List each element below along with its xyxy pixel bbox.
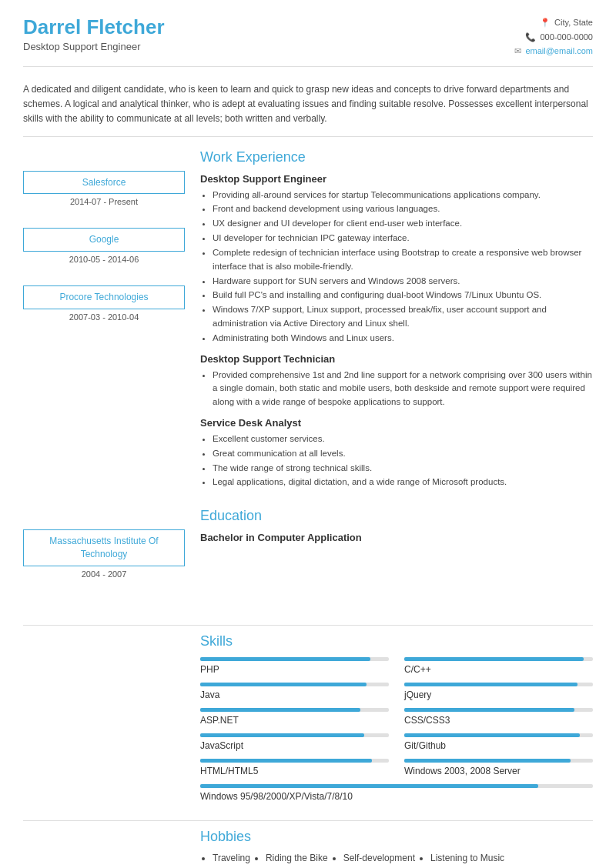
bullet: The wide range of strong technical skill… <box>213 462 593 476</box>
job-2-bullets: Provided comprehensive 1st and 2nd line … <box>213 369 593 409</box>
email-item: ✉ email@email.com <box>514 44 593 58</box>
job-title-header: Desktop Support Engineer <box>23 41 165 52</box>
companies-sidebar: Salesforce 2014-07 - Present Google 2010… <box>23 146 192 498</box>
company-salesforce: Salesforce <box>23 171 185 195</box>
degree: Bachelor in Computer Application <box>200 532 593 543</box>
skill-aspnet: ASP.NET <box>200 708 389 726</box>
skills-grid: PHP C/C++ Java jQuery <box>200 657 593 810</box>
education-section: Massachusetts Institute Of Technology 20… <box>23 505 593 600</box>
company-procore-dates: 2007-03 - 2010-04 <box>23 312 185 322</box>
skills-divider <box>23 625 593 626</box>
hobbies-title: Hobbies <box>200 829 593 845</box>
header-right: 📍 City, State 📞 000-000-0000 ✉ email@ema… <box>514 15 593 58</box>
skill-windows-server: Windows 2003, 2008 Server <box>404 759 593 776</box>
skill-javascript: JavaScript <box>200 733 389 751</box>
email-link[interactable]: email@email.com <box>525 44 593 58</box>
hobby-3: Self-development <box>343 853 415 863</box>
skills-title: Skills <box>200 633 593 649</box>
hobby-1: Traveling <box>213 853 250 863</box>
bullet: Complete redesign of technician interfac… <box>213 246 593 274</box>
resume-page: Darrel Fletcher Desktop Support Engineer… <box>0 0 616 868</box>
hobbies-list: Traveling Riding the Bike Self-developme… <box>213 853 593 863</box>
work-experience-title: Work Experience <box>200 149 593 165</box>
header-left: Darrel Fletcher Desktop Support Engineer <box>23 15 165 52</box>
bullet: Providing all-around services for startu… <box>213 189 593 202</box>
bullet: Administrating both Windows and Linux us… <box>213 332 593 346</box>
skill-php: PHP <box>200 657 389 675</box>
city-state: City, State <box>554 15 593 30</box>
job-3-bullets: Excellent customer services. Great commu… <box>213 432 593 489</box>
summary: A dedicated and diligent candidate, who … <box>23 76 593 137</box>
skill-html: HTML/HTML5 <box>200 759 389 776</box>
bullet: Great communication at all levels. <box>213 447 593 461</box>
skill-cpp: C/C++ <box>404 657 593 675</box>
education-title: Education <box>200 508 593 524</box>
job-1-bullets: Providing all-around services for startu… <box>213 189 593 346</box>
email-icon: ✉ <box>514 44 521 58</box>
skills-section: Skills PHP C/C++ Java <box>23 613 593 810</box>
job-title-2: Desktop Support Technician <box>200 353 593 365</box>
bullet: Legal applications, digital dictation, a… <box>213 476 593 489</box>
company-salesforce-dates: 2014-07 - Present <box>23 197 185 206</box>
hobby-2: Riding the Bike <box>266 853 328 863</box>
full-name: Darrel Fletcher <box>23 15 165 39</box>
edu-dates: 2004 - 2007 <box>23 569 185 579</box>
bullet: Front and backend development using vari… <box>213 202 593 216</box>
phone-icon: 📞 <box>525 30 536 45</box>
job-title-3: Service Desk Analyst <box>200 417 593 429</box>
skill-windows-all: Windows 95/98/2000/XP/Vista/7/8/10 <box>200 784 593 802</box>
skill-git: Git/Github <box>404 733 593 751</box>
skill-java: Java <box>200 683 389 700</box>
location-icon: 📍 <box>540 15 551 30</box>
company-google-dates: 2010-05 - 2014-06 <box>23 255 185 264</box>
work-experience-layout: Salesforce 2014-07 - Present Google 2010… <box>23 146 593 498</box>
company-procore: Procore Technologies <box>23 285 185 309</box>
skill-jquery: jQuery <box>404 683 593 700</box>
edu-content: Education Bachelor in Computer Applicati… <box>192 505 593 600</box>
company-google: Google <box>23 228 185 252</box>
bullet: Build full PC's and installing and confi… <box>213 289 593 302</box>
phone-item: 📞 000-000-0000 <box>514 30 593 45</box>
edu-sidebar: Massachusetts Institute Of Technology 20… <box>23 505 192 600</box>
hobbies-section: Hobbies Traveling Riding the Bike Self-d… <box>23 820 593 863</box>
city-state-item: 📍 City, State <box>514 15 593 30</box>
header: Darrel Fletcher Desktop Support Engineer… <box>23 15 593 67</box>
bullet: Excellent customer services. <box>213 432 593 446</box>
phone: 000-000-0000 <box>540 30 593 45</box>
skill-css: CSS/CSS3 <box>404 708 593 726</box>
bullet: UI developer for technician IPC gateway … <box>213 232 593 245</box>
edu-institution: Massachusetts Institute Of Technology <box>23 529 185 566</box>
hobby-4: Listening to Music <box>430 853 504 863</box>
bullet: Hardware support for SUN servers and Win… <box>213 275 593 289</box>
bullet: Windows 7/XP support, Linux support, pro… <box>213 303 593 331</box>
hobbies-divider <box>23 820 593 821</box>
job-title-1: Desktop Support Engineer <box>200 173 593 185</box>
bullet: UX designer and UI developer for client … <box>213 217 593 231</box>
work-experience-content: Work Experience Desktop Support Engineer… <box>192 146 593 498</box>
bullet: Provided comprehensive 1st and 2nd line … <box>213 369 593 409</box>
